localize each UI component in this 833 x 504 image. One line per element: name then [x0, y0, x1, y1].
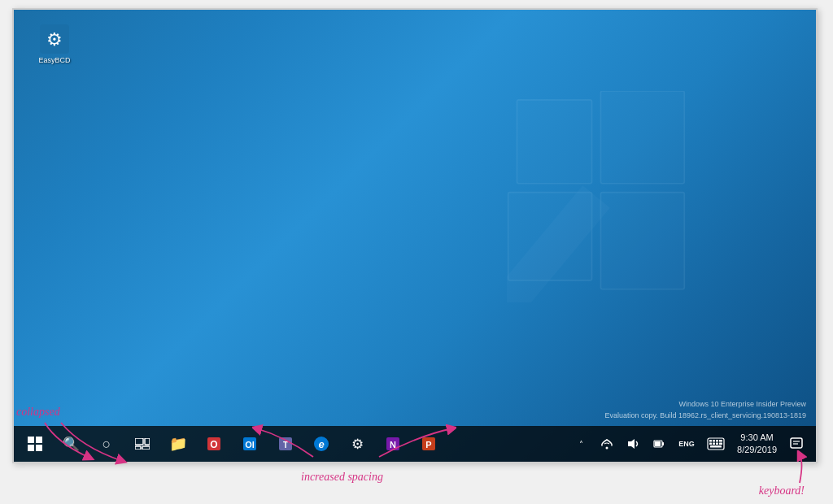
svg-text:⚙: ⚙ — [46, 29, 63, 50]
touch-keyboard-button[interactable] — [701, 426, 731, 462]
desktop: ⚙ EasyBCD Windows 10 Enterprise Insider … — [14, 10, 816, 462]
svg-rect-30 — [662, 442, 664, 445]
ms-office-button[interactable]: O — [196, 426, 232, 462]
volume-icon[interactable] — [620, 426, 646, 462]
svg-rect-36 — [719, 440, 722, 442]
svg-point-27 — [606, 447, 608, 450]
spacing-arrow-left — [252, 424, 317, 461]
screenshot-frame: ⚙ EasyBCD Windows 10 Enterprise Insider … — [12, 8, 818, 463]
svg-rect-41 — [710, 445, 722, 448]
svg-rect-9 — [28, 445, 34, 451]
spacing-arrow-right — [375, 424, 456, 461]
desktop-icon-label: EasyBCD — [38, 56, 70, 65]
annotation-collapsed-label: collapsed — [16, 406, 60, 418]
watermark-line1: Windows 10 Enterprise Insider Preview — [605, 399, 807, 411]
windows-logo — [507, 91, 686, 302]
clock-time: 9:30 AM — [740, 432, 773, 444]
svg-rect-35 — [716, 440, 718, 442]
settings-button[interactable]: ⚙ — [339, 426, 375, 462]
annotation-keyboard: keyboard! — [759, 483, 805, 497]
svg-rect-3 — [600, 193, 684, 289]
svg-rect-37 — [709, 443, 712, 445]
easybcd-icon: ⚙ — [40, 24, 69, 54]
svg-rect-0 — [517, 100, 592, 184]
svg-rect-42 — [791, 438, 802, 448]
svg-text:O: O — [210, 439, 217, 450]
svg-marker-28 — [628, 439, 635, 449]
battery-icon[interactable] — [646, 426, 672, 462]
svg-rect-7 — [28, 437, 34, 443]
network-icon[interactable] — [594, 426, 620, 462]
annotation-collapsed: collapsed — [16, 404, 60, 419]
file-explorer-button[interactable]: 📁 — [160, 426, 196, 462]
svg-rect-31 — [655, 441, 661, 446]
language-icon[interactable]: ENG — [672, 426, 701, 462]
clock-date: 8/29/2019 — [737, 444, 777, 456]
keyboard-arrow — [775, 450, 824, 487]
svg-rect-40 — [719, 443, 722, 445]
annotation-spacing: increased spacing — [301, 469, 383, 484]
svg-rect-33 — [709, 440, 712, 442]
svg-rect-39 — [716, 443, 718, 445]
annotation-spacing-label: increased spacing — [301, 471, 383, 483]
show-hidden-icons-button[interactable]: ˄ — [568, 426, 594, 462]
watermark: Windows 10 Enterprise Insider Preview Ev… — [605, 399, 807, 421]
svg-rect-34 — [713, 440, 715, 442]
collapsed-arrow2 — [57, 419, 155, 467]
desktop-icon[interactable]: ⚙ EasyBCD — [28, 24, 81, 65]
svg-rect-1 — [600, 91, 684, 184]
watermark-line2: Evaluation copy. Build 18962.rs_client_s… — [605, 411, 807, 422]
svg-text:e: e — [318, 438, 324, 450]
svg-rect-38 — [713, 443, 715, 445]
